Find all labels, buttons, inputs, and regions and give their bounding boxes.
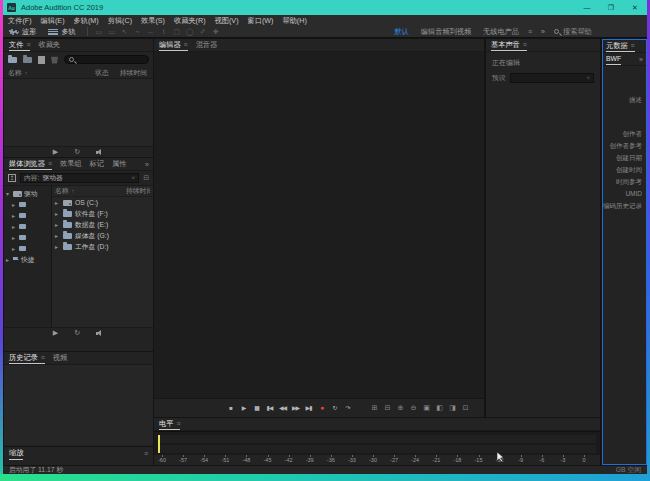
menu-item[interactable]: 窗口(W): [248, 16, 274, 26]
files-list[interactable]: [4, 78, 153, 146]
loop-icon[interactable]: ↻: [74, 148, 80, 156]
workspace-item[interactable]: 编辑音频到视频: [421, 27, 471, 37]
files-search-input[interactable]: [64, 55, 149, 64]
insert-into-multitrack-icon[interactable]: ↥: [8, 174, 16, 182]
skip-selection-button[interactable]: ↷: [343, 404, 352, 411]
chevron-right-icon[interactable]: ▸: [55, 210, 60, 217]
play-icon[interactable]: ▶: [53, 329, 58, 337]
tab-overflow-icon[interactable]: »: [145, 161, 149, 168]
move-tool-icon[interactable]: ↖: [119, 28, 131, 36]
tree-item-drives[interactable]: ▾ 驱动: [4, 188, 51, 199]
razor-tool-icon[interactable]: ⌁: [132, 28, 144, 36]
marquee-selection-tool-icon[interactable]: ▢: [171, 28, 183, 36]
paintbrush-selection-tool-icon[interactable]: ✐: [197, 28, 209, 36]
minimize-icon[interactable]: —: [575, 0, 599, 15]
zoom-in-amplitude-button[interactable]: ⊞: [370, 404, 379, 412]
slip-tool-icon[interactable]: ↔: [145, 28, 157, 36]
panel-menu-icon[interactable]: ≡: [523, 41, 527, 48]
drive-row[interactable]: ▸媒体盘 (G:): [52, 230, 153, 241]
panel-menu-icon[interactable]: ≡: [26, 41, 30, 48]
workspace-active[interactable]: 默认: [394, 27, 408, 37]
tab-favorites[interactable]: 收藏夹: [38, 39, 60, 51]
tab-zoom[interactable]: 缩放: [9, 447, 23, 460]
tree-item-drive[interactable]: ▸: [4, 243, 51, 254]
zoom-in-time-button[interactable]: ⊕: [396, 404, 405, 412]
menu-item[interactable]: 效果(S): [141, 16, 165, 26]
tab-bwf[interactable]: BWF: [606, 53, 621, 65]
lasso-selection-tool-icon[interactable]: ◯: [184, 28, 196, 36]
spectral-pitch-display-icon[interactable]: ▭: [106, 28, 118, 36]
tab-properties[interactable]: 属性: [112, 158, 126, 170]
zoom-out-full-button[interactable]: ⊡: [461, 404, 470, 412]
close-icon[interactable]: ✕: [623, 0, 647, 15]
history-list[interactable]: [4, 365, 153, 445]
tab-levels[interactable]: 电平 ≡: [159, 418, 180, 430]
chevron-right-icon[interactable]: ▸: [12, 234, 17, 241]
loop-playback-button[interactable]: ↻: [330, 404, 339, 411]
workspace-menu-icon[interactable]: ≡: [528, 28, 532, 35]
level-meter[interactable]: [154, 431, 600, 455]
tab-mixer[interactable]: 混音器: [196, 39, 218, 51]
rewind-button[interactable]: ◀◀: [278, 404, 287, 411]
tree-item-drive[interactable]: ▸: [4, 221, 51, 232]
chevron-right-icon[interactable]: ▸: [12, 223, 17, 230]
tree-item-drive[interactable]: ▸: [4, 199, 51, 210]
chevron-right-icon[interactable]: ▸: [55, 232, 60, 239]
panel-menu-icon[interactable]: ≡: [631, 42, 635, 49]
menu-item[interactable]: 视图(V): [215, 16, 239, 26]
menu-item[interactable]: 剪辑(C): [108, 16, 132, 26]
play-button[interactable]: ▶: [239, 404, 248, 411]
auto-play-speaker-icon[interactable]: [96, 149, 104, 156]
new-file-icon[interactable]: [38, 56, 45, 64]
open-file-icon[interactable]: [8, 57, 17, 63]
tab-video[interactable]: 视频: [53, 352, 67, 364]
spectral-frequency-display-icon[interactable]: ▭: [93, 28, 105, 36]
loop-icon[interactable]: ↻: [74, 329, 80, 337]
tab-metadata[interactable]: 元数据 ≡: [606, 40, 635, 52]
zoom-to-in-point-button[interactable]: ◧: [435, 404, 444, 412]
import-file-icon[interactable]: [23, 57, 32, 63]
zoom-to-out-point-button[interactable]: ◨: [448, 404, 457, 412]
drive-row[interactable]: ▸工作盘 (D:): [52, 241, 153, 252]
column-duration[interactable]: 持续时间: [126, 186, 150, 196]
maximize-icon[interactable]: ❐: [599, 0, 623, 15]
play-icon[interactable]: ▶: [53, 148, 58, 156]
tab-history[interactable]: 历史记录 ≡: [9, 352, 45, 364]
column-name[interactable]: 名称: [8, 68, 22, 78]
zoom-to-selection-button[interactable]: ▣: [422, 404, 431, 412]
move-playhead-previous-button[interactable]: ▮◀: [265, 404, 274, 411]
spot-healing-brush-tool-icon[interactable]: ✚: [210, 28, 222, 36]
menu-item[interactable]: 收藏夹(R): [174, 16, 206, 26]
title-bar[interactable]: Au Adobe Audition CC 2019 — ❐ ✕: [3, 0, 647, 15]
stop-button[interactable]: ■: [226, 405, 235, 411]
pause-button[interactable]: ▮▮: [252, 404, 261, 411]
menu-item[interactable]: 多轨(M): [74, 16, 99, 26]
workspace-overflow-icon[interactable]: »: [541, 28, 545, 35]
content-dropdown[interactable]: 内容: 驱动器 ˅: [20, 173, 139, 183]
tab-essential-sound[interactable]: 基本声音 ≡: [491, 39, 527, 51]
editor-canvas[interactable]: [154, 52, 484, 398]
panel-menu-icon[interactable]: ≡: [184, 41, 188, 48]
panel-menu-icon[interactable]: ≡: [48, 160, 52, 167]
chevron-right-icon[interactable]: ▸: [12, 212, 17, 219]
tab-overflow-icon[interactable]: »: [639, 56, 643, 63]
chevron-right-icon[interactable]: ▸: [55, 243, 60, 250]
record-button[interactable]: ●: [317, 404, 326, 411]
menu-item[interactable]: 文件(F): [8, 16, 32, 26]
drive-row[interactable]: ▸OS (C:): [52, 197, 153, 208]
chevron-down-icon[interactable]: ▾: [6, 190, 11, 197]
workspace-item[interactable]: 无线电产品: [483, 27, 519, 37]
chevron-right-icon[interactable]: ▸: [12, 201, 17, 208]
time-selection-tool-icon[interactable]: I: [158, 28, 170, 36]
column-duration[interactable]: 持续时间: [120, 68, 147, 78]
tree-item-shortcuts[interactable]: ▸ 快捷: [4, 254, 51, 265]
help-search-field[interactable]: 搜索帮助: [554, 27, 639, 37]
zoom-out-time-button[interactable]: ⊖: [409, 404, 418, 412]
delete-icon[interactable]: [51, 56, 58, 64]
chevron-right-icon[interactable]: ▸: [12, 245, 17, 252]
move-playhead-next-button[interactable]: ▶▮: [304, 404, 313, 411]
panel-menu-icon[interactable]: ≡: [176, 420, 180, 427]
tree-item-drive[interactable]: ▸: [4, 232, 51, 243]
panel-menu-icon[interactable]: ≡: [41, 354, 45, 361]
zoom-out-amplitude-button[interactable]: ⊟: [383, 404, 392, 412]
